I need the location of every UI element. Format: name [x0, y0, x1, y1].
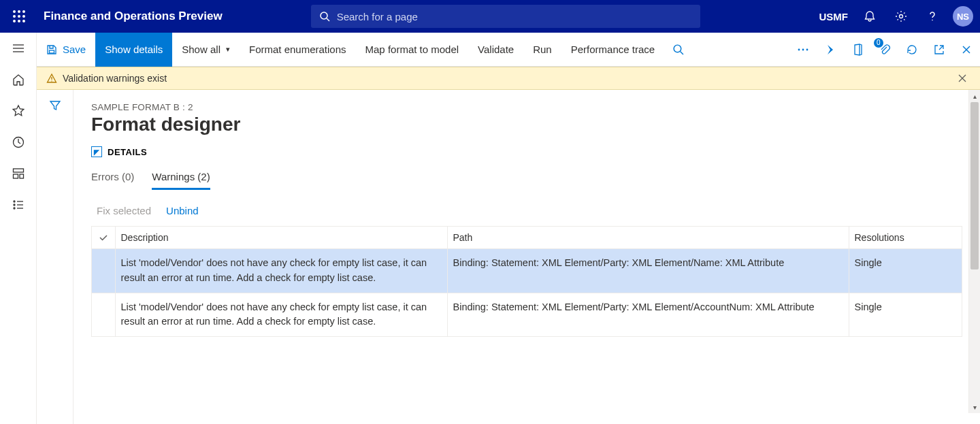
validation-warning-bar: Validation warnings exist: [37, 67, 980, 90]
tab-warnings[interactable]: Warnings (2): [152, 171, 210, 190]
row-select[interactable]: [92, 293, 115, 337]
cell-resolutions: Single: [849, 249, 962, 293]
app-title: Finance and Operations Preview: [44, 10, 223, 23]
svg-line-10: [327, 18, 329, 21]
map-format-to-model-button[interactable]: Map format to model: [356, 33, 469, 67]
svg-point-31: [806, 48, 808, 50]
global-search[interactable]: [311, 5, 700, 28]
company-selector[interactable]: USMF: [819, 11, 849, 22]
refresh-button[interactable]: [898, 33, 926, 67]
left-nav-rail: [0, 33, 37, 424]
cell-description: List 'model/Vendor' does not have any ch…: [115, 293, 447, 337]
svg-rect-26: [50, 50, 54, 53]
page-body: SAMPLE FORMAT B : 2 Format designer ◤ DE…: [74, 90, 980, 424]
scroll-up-button[interactable]: ▴: [969, 90, 980, 102]
table-row[interactable]: List 'model/Vendor' does not have any ch…: [92, 249, 962, 293]
scroll-track[interactable]: [969, 102, 980, 401]
svg-point-24: [14, 208, 15, 209]
power-apps-button[interactable]: [817, 33, 844, 67]
help-button[interactable]: [919, 3, 946, 30]
global-search-input[interactable]: [337, 11, 692, 22]
map-label: Map format to model: [365, 44, 459, 55]
warnings-table: Description Path Resolutions List 'model…: [91, 226, 962, 337]
details-section-header[interactable]: ◤ DETAILS: [91, 146, 962, 157]
show-details-button[interactable]: Show details: [95, 33, 172, 67]
col-description[interactable]: Description: [115, 227, 447, 249]
svg-point-27: [674, 45, 681, 52]
nav-favorites-button[interactable]: [0, 95, 37, 127]
svg-point-11: [900, 15, 903, 18]
format-enumerations-button[interactable]: Format enumerations: [240, 33, 356, 67]
page-title: Format designer: [91, 114, 962, 135]
svg-rect-19: [20, 174, 24, 178]
warning-icon: [46, 73, 57, 84]
attachments-button[interactable]: 0: [871, 33, 898, 67]
col-path[interactable]: Path: [447, 227, 849, 249]
select-all-header[interactable]: [92, 227, 115, 249]
scroll-thumb[interactable]: [970, 102, 979, 270]
command-bar: Save Show details Show all ▾ Format enum…: [37, 33, 980, 67]
tab-errors[interactable]: Errors (0): [91, 171, 134, 190]
svg-point-12: [932, 20, 933, 21]
show-all-button[interactable]: Show all ▾: [172, 33, 240, 67]
col-resolutions[interactable]: Resolutions: [849, 227, 962, 249]
format-enumerations-label: Format enumerations: [249, 44, 346, 55]
validate-label: Validate: [478, 44, 514, 55]
run-label: Run: [533, 44, 552, 55]
nav-recent-button[interactable]: [0, 127, 37, 158]
breadcrumb: SAMPLE FORMAT B : 2: [91, 102, 962, 112]
collapse-icon: ◤: [91, 146, 102, 157]
unbind-button[interactable]: Unbind: [166, 205, 199, 216]
save-label: Save: [63, 44, 86, 55]
svg-point-29: [798, 48, 800, 50]
table-row[interactable]: List 'model/Vendor' does not have any ch…: [92, 293, 962, 337]
svg-point-5: [22, 15, 25, 18]
find-button[interactable]: [664, 33, 691, 67]
svg-point-4: [18, 15, 20, 18]
search-icon: [319, 11, 330, 22]
svg-point-8: [22, 20, 25, 22]
svg-line-28: [680, 52, 683, 54]
svg-point-0: [13, 10, 16, 13]
vertical-scrollbar[interactable]: ▴ ▾: [968, 90, 980, 413]
settings-button[interactable]: [887, 3, 915, 30]
scroll-down-button[interactable]: ▾: [969, 401, 980, 413]
svg-point-7: [18, 20, 20, 22]
nav-modules-button[interactable]: [0, 189, 37, 221]
warning-close-button[interactable]: [954, 70, 970, 86]
filter-button[interactable]: [45, 95, 65, 116]
save-button[interactable]: Save: [37, 33, 95, 67]
nav-hamburger-button[interactable]: [0, 33, 37, 64]
details-label: DETAILS: [108, 147, 147, 157]
details-tabs: Errors (0) Warnings (2): [91, 171, 962, 190]
svg-rect-18: [13, 174, 18, 178]
close-page-button[interactable]: [953, 33, 980, 67]
cell-path: Binding: Statement: XML Element/Party: X…: [447, 293, 849, 337]
svg-point-20: [14, 201, 15, 202]
nav-home-button[interactable]: [0, 64, 37, 95]
notifications-button[interactable]: [856, 3, 883, 30]
app-launcher-button[interactable]: [7, 4, 31, 29]
cell-path: Binding: Statement: XML Element/Party: X…: [447, 249, 849, 293]
cell-description: List 'model/Vendor' does not have any ch…: [115, 249, 447, 293]
office-button[interactable]: [844, 33, 871, 67]
svg-point-6: [13, 20, 16, 22]
cell-resolutions: Single: [849, 293, 962, 337]
show-details-label: Show details: [105, 44, 163, 55]
warnings-commands: Fix selected Unbind: [91, 205, 962, 216]
validate-button[interactable]: Validate: [468, 33, 523, 67]
run-button[interactable]: Run: [523, 33, 561, 67]
popout-button[interactable]: [926, 33, 953, 67]
warning-text: Validation warnings exist: [63, 73, 167, 84]
svg-point-9: [321, 12, 327, 19]
performance-trace-button[interactable]: Performance trace: [561, 33, 664, 67]
svg-point-3: [13, 15, 16, 18]
more-button[interactable]: [789, 33, 817, 67]
row-select[interactable]: [92, 249, 115, 293]
top-navbar: Finance and Operations Preview USMF NS: [0, 0, 980, 33]
svg-rect-17: [13, 169, 23, 172]
nav-workspaces-button[interactable]: [0, 158, 37, 189]
user-avatar[interactable]: NS: [953, 6, 973, 27]
chevron-down-icon: ▾: [226, 45, 230, 54]
svg-point-2: [22, 10, 25, 13]
